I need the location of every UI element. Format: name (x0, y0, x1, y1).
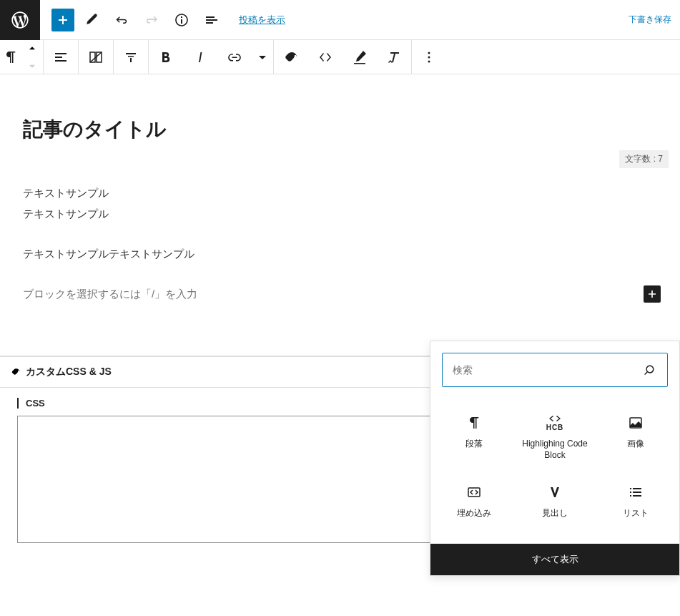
block-grid: 段落 HCB Highlighing Code Block 画像 埋め込み 見出… (430, 399, 679, 544)
paragraph-block[interactable]: テキストサンプル (23, 183, 657, 204)
undo-button[interactable] (109, 7, 134, 33)
panel-icon (10, 366, 21, 378)
top-tools: 投稿を表示 (40, 7, 285, 33)
block-embed[interactable]: 埋め込み (433, 474, 514, 532)
redo-button[interactable] (139, 7, 164, 33)
search-icon (641, 362, 657, 378)
paragraph-block[interactable]: テキストサンプルテキストサンプル (23, 244, 657, 265)
block-image[interactable]: 画像 (596, 404, 676, 474)
svg-rect-0 (130, 58, 132, 62)
block-heading[interactable]: 見出し (514, 474, 595, 532)
block-inserter-popup: 段落 HCB Highlighing Code Block 画像 埋め込み 見出… (430, 341, 680, 576)
column-block-button[interactable] (79, 40, 113, 74)
marker-button[interactable] (274, 40, 308, 74)
paragraph-block-type-button[interactable] (0, 40, 21, 74)
more-formatting-dropdown[interactable] (252, 40, 273, 74)
style-cap-button[interactable] (114, 40, 148, 74)
block-placeholder-text: ブロックを選択するには「/」を入力 (23, 288, 197, 301)
wordpress-logo[interactable] (0, 0, 40, 40)
block-list[interactable]: リスト (596, 474, 676, 532)
move-up-button[interactable] (21, 40, 43, 57)
svg-point-1 (428, 52, 430, 54)
empty-block-row[interactable]: ブロックを選択するには「/」を入力 (23, 288, 657, 301)
bold-button[interactable] (149, 40, 183, 74)
svg-point-3 (428, 60, 430, 62)
clear-format-button[interactable] (377, 40, 411, 74)
italic-button[interactable] (183, 40, 217, 74)
outline-button[interactable] (199, 7, 225, 33)
content-blocks: テキストサンプル テキストサンプル テキストサンプルテキストサンプル ブロックを… (23, 183, 657, 301)
block-highlighting-code[interactable]: HCB Highlighing Code Block (514, 404, 595, 474)
edit-tool-button[interactable] (79, 7, 104, 33)
custom-css-panel-title: カスタムCSS & JS (26, 366, 112, 378)
word-count-badge: 文字数 : 7 (619, 150, 669, 168)
highlight-button[interactable] (343, 40, 377, 74)
block-search-box (442, 353, 668, 387)
svg-point-2 (428, 56, 430, 58)
block-toolbar (0, 40, 680, 74)
move-buttons (21, 40, 43, 74)
link-button[interactable] (217, 40, 252, 74)
info-button[interactable] (169, 7, 194, 33)
block-paragraph[interactable]: 段落 (433, 404, 514, 474)
show-all-blocks-button[interactable]: すべて表示 (430, 544, 679, 575)
editor-canvas: 記事のタイトル 文字数 : 7 テキストサンプル テキストサンプル テキストサン… (0, 74, 680, 316)
save-draft-button[interactable]: 下書き保存 (629, 14, 671, 26)
code-button[interactable] (308, 40, 343, 74)
move-down-button[interactable] (21, 57, 43, 74)
block-search-input[interactable] (453, 364, 641, 376)
inline-add-block-button[interactable] (644, 285, 661, 303)
editor-top-bar: 投稿を表示 下書き保存 (0, 0, 680, 40)
paragraph-block[interactable]: テキストサンプル (23, 204, 657, 225)
more-options-button[interactable] (412, 40, 446, 74)
add-block-button[interactable] (51, 9, 74, 31)
view-post-link[interactable]: 投稿を表示 (239, 14, 285, 26)
post-title[interactable]: 記事のタイトル (23, 116, 657, 143)
align-button[interactable] (44, 40, 78, 74)
